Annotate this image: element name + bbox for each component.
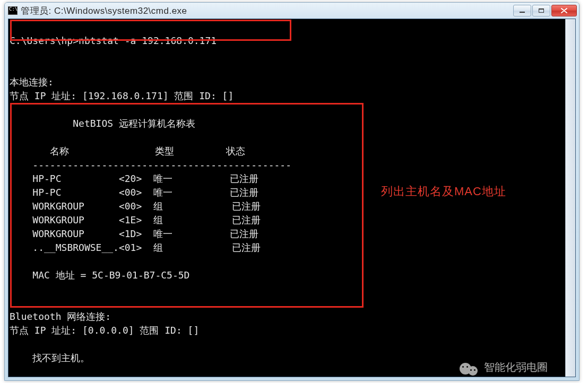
cmd-icon: C:\ — [8, 6, 18, 15]
row-type: 唯一 — [153, 173, 172, 184]
minimize-icon — [520, 12, 525, 13]
row-name: HP-PC — [32, 173, 61, 184]
close-icon — [561, 8, 567, 13]
output-line: 节点 IP 址址: [192.168.0.171] 范围 ID: [] — [10, 90, 234, 101]
row-status: 已注册 — [230, 173, 258, 184]
table-title: NetBIOS 远程计算机名称表 — [73, 118, 195, 129]
row-name: WORKGROUP — [32, 228, 84, 239]
row-code: <1E> — [119, 214, 142, 225]
prompt: C:\Users\hp> — [10, 35, 79, 46]
output-line: Bluetooth 网络连接: — [10, 311, 111, 322]
window-title: 管理员: C:\Windows\system32\cmd.exe — [21, 5, 513, 17]
row-type: 组 — [153, 201, 163, 212]
entered-command: nbtstat -a 192.168.0.171 — [79, 35, 217, 46]
row-name: WORKGROUP — [32, 201, 84, 212]
watermark-wechat: 智能化弱电圈 — [460, 359, 548, 376]
row-type: 组 — [153, 214, 163, 225]
close-button[interactable] — [551, 5, 577, 16]
maximize-button[interactable] — [532, 5, 550, 16]
table-hr: ----------------------------------------… — [32, 159, 291, 170]
row-code: <20> — [119, 173, 142, 184]
row-status: 已注册 — [230, 228, 258, 239]
row-name: HP-PC — [32, 187, 61, 198]
row-type: 唯一 — [153, 187, 172, 198]
output-line: 节点 IP 址址: [0.0.0.0] 范围 ID: [] — [10, 325, 199, 336]
row-type: 组 — [153, 242, 163, 253]
row-code: <1D> — [119, 228, 142, 239]
col-header: 类型 — [155, 145, 174, 156]
terminal-viewport[interactable]: C:\Users\hp>nbtstat -a 192.168.0.171 本地连… — [8, 19, 576, 377]
cmd-window: C:\ 管理员: C:\Windows\system32\cmd.exe C:\… — [4, 2, 580, 381]
maximize-icon — [539, 8, 544, 13]
minimize-button[interactable] — [513, 5, 531, 16]
output-line: 找不到主机。 — [10, 352, 90, 363]
row-code: <01> — [119, 242, 142, 253]
window-controls — [513, 5, 577, 16]
output-line: 本地连接: — [10, 76, 54, 88]
col-header: 状态 — [226, 145, 245, 156]
title-bar[interactable]: C:\ 管理员: C:\Windows\system32\cmd.exe — [5, 3, 579, 19]
row-status: 已注册 — [232, 214, 261, 225]
row-name: ..__MSBROWSE__. — [32, 242, 119, 253]
wechat-icon — [460, 359, 481, 376]
row-status: 已注册 — [230, 187, 258, 198]
row-status: 已注册 — [232, 201, 261, 212]
row-code: <00> — [119, 187, 142, 198]
col-header: 名称 — [50, 145, 69, 156]
mac-line: MAC 地址 = 5C-B9-01-B7-C5-5D — [32, 269, 189, 281]
annotation-label: 列出主机名及MAC地址 — [381, 184, 506, 199]
row-name: WORKGROUP — [32, 214, 84, 225]
row-type: 唯一 — [153, 228, 172, 239]
row-status: 已注册 — [232, 242, 261, 253]
row-code: <00> — [119, 201, 142, 212]
